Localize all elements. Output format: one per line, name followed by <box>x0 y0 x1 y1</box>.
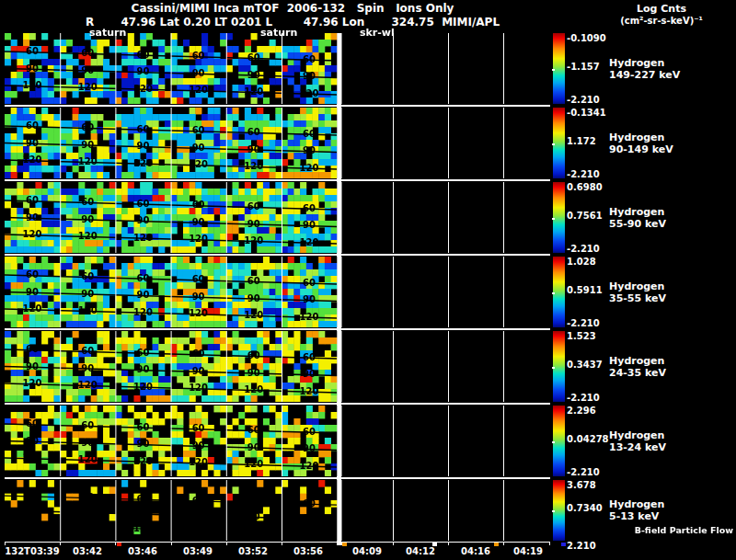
time-tick-mark-0 <box>5 542 6 545</box>
spectrogram-panel-7 <box>5 480 550 541</box>
time-tick-label-5: 03:56 <box>293 546 323 556</box>
species-block-1: Hydrogen149-227 keV <box>609 57 680 81</box>
colorbar-units-formula: (cm²-sr-s-keV)⁻¹ <box>589 16 734 26</box>
species-label: Hydrogen <box>609 206 666 218</box>
time-tick-mark-2 <box>115 542 116 545</box>
time-tick-label-8: 04:16 <box>461 546 490 556</box>
annotation-saturn-1: saturn <box>89 27 126 39</box>
colorbar-min-label-5: -2.210 <box>567 394 600 403</box>
colorbar-mid-label-5: 0.3437 <box>567 360 603 370</box>
time-tick-label-9: 04:19 <box>513 546 543 556</box>
colorbar-mid-tick <box>552 441 555 443</box>
red-event-mark <box>117 543 121 546</box>
time-tick-label-1: 03:42 <box>73 546 102 556</box>
white-event-mark <box>432 543 437 546</box>
colorbar-min-label-7: 2.210 <box>567 542 596 551</box>
colorbar-mid-tick <box>552 510 555 512</box>
time-tick-mark-1 <box>60 542 61 545</box>
time-tick-mark-6 <box>337 542 338 545</box>
spectrogram-panel-5 <box>5 331 550 402</box>
species-label: Hydrogen <box>609 131 673 143</box>
colorbar-min-label-6: -2.210 <box>567 468 600 477</box>
energy-range-label: 24-35 keV <box>609 367 666 379</box>
colorbar-mid-label-1: -1.157 <box>567 63 600 72</box>
colorbar-mid-label-6: 0.04278 <box>567 435 609 444</box>
colorbar-mid-tick <box>552 69 555 71</box>
colorbar-max-label-2: -0.1341 <box>567 109 606 118</box>
species-block-3: Hydrogen55-90 keV <box>609 206 666 230</box>
species-label: Hydrogen <box>609 498 664 510</box>
species-block-6: Hydrogen13-24 keV <box>609 429 666 453</box>
species-block-7: Hydrogen5-13 keV <box>609 498 664 522</box>
annotation-saturn-2: saturn <box>260 27 297 39</box>
energy-range-label: 90-149 keV <box>609 143 673 155</box>
energy-range-label: 35-55 keV <box>609 292 666 304</box>
species-block-5: Hydrogen24-35 keV <box>609 355 666 379</box>
time-tick-label-3: 03:49 <box>183 546 213 556</box>
time-axis-line <box>5 542 550 543</box>
colorbar-min-label-2: -2.210 <box>567 170 600 179</box>
colorbar-mid-label-2: 1.172 <box>567 137 596 146</box>
time-tick-mark-8 <box>393 542 394 545</box>
time-tick-mark-9 <box>448 542 449 545</box>
time-tick-mark-4 <box>226 542 227 545</box>
time-tick-mark-11 <box>549 542 550 545</box>
time-tick-label-2: 03:46 <box>128 546 157 556</box>
spectrogram-panel-6 <box>5 406 550 476</box>
energy-range-label: 149-227 keV <box>609 69 680 81</box>
species-label: Hydrogen <box>609 429 666 441</box>
species-label: Hydrogen <box>609 355 666 367</box>
time-tick-label-7: 04:12 <box>406 546 435 556</box>
colorbar-mid-label-4: 0.5911 <box>567 286 603 295</box>
colorbar-max-label-3: 0.6980 <box>567 183 603 192</box>
colorbar-mid-tick <box>552 292 555 294</box>
energy-range-label: 5-13 keV <box>609 510 664 522</box>
panel-separator <box>5 328 550 330</box>
colorbar-mid-tick <box>552 143 555 145</box>
time-tick-label-4: 03:52 <box>238 546 268 556</box>
panel-separator <box>5 179 550 181</box>
energy-range-label: 55-90 keV <box>609 218 666 230</box>
time-tick-label-6: 04:09 <box>352 546 382 556</box>
colorbar-min-label-3: -2.210 <box>567 245 600 254</box>
mimi-spectrogram-screen: Cassini/MIMI Inca mTOF 2006-132 Spin Ion… <box>0 0 736 560</box>
time-tick-mark-3 <box>171 542 172 545</box>
species-label: Hydrogen <box>609 57 680 69</box>
energy-range-label: 13-24 keV <box>609 441 666 453</box>
spectrogram-panel-3 <box>5 182 550 253</box>
colorbar-mid-tick <box>552 367 555 369</box>
spectrogram-panel-2 <box>5 108 550 178</box>
colorbar-mid-label-3: 0.7561 <box>567 211 603 221</box>
orange-event-mark-2 <box>494 543 499 546</box>
annotation-skr-wl: skr-wl <box>360 27 395 39</box>
blue-event-mark <box>561 543 566 546</box>
colorbar-mid-label-7: 0.7340 <box>567 504 603 513</box>
species-block-2: Hydrogen90-149 keV <box>609 131 673 155</box>
panel-separator <box>5 403 550 405</box>
panel-separator <box>5 477 550 479</box>
species-block-4: Hydrogen35-55 keV <box>609 280 666 304</box>
spectrogram-panel-1 <box>5 33 550 104</box>
colorbar-units-title: Log Cnts <box>589 3 734 15</box>
time-tick-mark-10 <box>503 542 504 545</box>
species-label: Hydrogen <box>609 280 666 292</box>
colorbar-min-label-4: -2.210 <box>567 319 600 328</box>
colorbar-mid-tick <box>552 218 555 220</box>
bfield-particle-flow-label: B-field Particle Flow <box>635 525 733 535</box>
panel-separator <box>5 254 550 256</box>
time-tick-label-0: 132T03:39 <box>5 546 60 556</box>
orange-event-mark <box>342 543 347 546</box>
colorbar-max-label-7: 3.678 <box>567 481 596 490</box>
colorbar-max-label-4: 1.028 <box>567 257 596 267</box>
colorbar-max-label-1: -0.1090 <box>567 34 606 43</box>
time-tick-mark-5 <box>282 542 282 545</box>
colorbar-max-label-6: 2.296 <box>567 406 596 416</box>
panel-separator <box>5 105 550 107</box>
colorbar-max-label-5: 1.523 <box>567 332 596 341</box>
spectrogram-panel-4 <box>5 257 550 327</box>
plot-title: Cassini/MIMI Inca mTOF 2006-132 Spin Ion… <box>0 2 585 15</box>
colorbar-min-label-1: -2.210 <box>567 96 600 105</box>
